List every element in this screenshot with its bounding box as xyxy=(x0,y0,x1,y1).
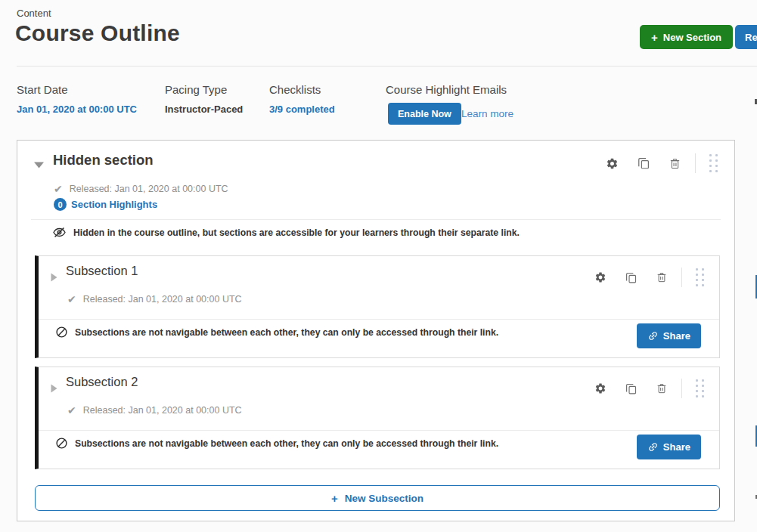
actions-divider xyxy=(681,268,682,287)
pacing-type-label: Pacing Type xyxy=(165,83,227,96)
subsection-drag-handle[interactable] xyxy=(687,375,712,402)
actions-divider xyxy=(695,153,696,173)
page-title: Course Outline xyxy=(15,20,180,46)
subsection-duplicate-button[interactable] xyxy=(616,267,647,289)
subsection-delete-button[interactable] xyxy=(647,378,677,399)
section-actions xyxy=(597,150,725,177)
new-subsection-button[interactable]: + New Subsection xyxy=(35,485,720,511)
share-button[interactable]: Share xyxy=(637,435,701,459)
subsection-released-row: ✔ Released: Jan 01, 2020 at 00:00 UTC xyxy=(67,294,242,305)
enable-now-button[interactable]: Enable Now xyxy=(388,103,461,125)
subsection-actions xyxy=(585,375,712,402)
link-icon xyxy=(645,328,661,344)
highlights-count-badge: 0 xyxy=(54,198,67,211)
reindex-button[interactable]: Rein xyxy=(735,25,757,49)
section-highlights-link[interactable]: 0 Section Highlights xyxy=(54,198,157,211)
trash-icon xyxy=(656,382,668,394)
new-section-button[interactable]: + New Section xyxy=(640,25,733,49)
subsection-released-row: ✔ Released: Jan 01, 2020 at 00:00 UTC xyxy=(67,405,242,416)
caret-down-icon xyxy=(34,162,44,169)
subsection-delete-button[interactable] xyxy=(647,267,677,288)
subsection-duplicate-button[interactable] xyxy=(616,378,647,400)
eye-off-icon xyxy=(52,225,67,240)
section-drag-handle[interactable] xyxy=(700,150,725,177)
subsection-notice: Subsections are not navigable between ea… xyxy=(55,326,498,339)
highlights-link-label: Section Highlights xyxy=(71,199,157,210)
checklists-label: Checklists xyxy=(269,83,321,96)
pacing-type-value: Instructor-Paced xyxy=(165,104,243,115)
caret-right-icon xyxy=(51,273,57,282)
plus-icon: + xyxy=(651,32,658,43)
check-icon: ✔ xyxy=(54,184,63,194)
subsection-notice-text: Subsections are not navigable between ea… xyxy=(75,327,498,338)
subsection-divider xyxy=(39,319,719,320)
no-entry-icon xyxy=(55,437,68,450)
start-date-label: Start Date xyxy=(17,83,68,96)
share-label: Share xyxy=(663,330,690,342)
new-section-label: New Section xyxy=(663,32,721,43)
subsection-divider xyxy=(39,430,719,431)
section-collapse-button[interactable] xyxy=(33,158,45,172)
subsection-released-text: Released: Jan 01, 2020 at 00:00 UTC xyxy=(83,294,242,305)
subsection-notice-text: Subsections are not navigable between ea… xyxy=(75,438,498,449)
actions-divider xyxy=(681,379,682,398)
breadcrumb[interactable]: Content xyxy=(17,8,51,19)
reindex-label: Rein xyxy=(745,32,757,43)
gear-icon xyxy=(594,382,607,394)
check-icon: ✔ xyxy=(67,294,76,305)
subsection-configure-button[interactable] xyxy=(585,267,616,288)
section-configure-button[interactable] xyxy=(597,153,628,175)
highlight-emails-label: Course Highlight Emails xyxy=(386,83,507,96)
duplicate-icon xyxy=(625,382,638,395)
subsection-card: Subsection 1 ✔ Released: Jan 01, 2020 at… xyxy=(35,255,720,358)
trash-icon xyxy=(656,271,668,283)
hidden-section-notice: Hidden in the course outline, but sectio… xyxy=(52,225,520,240)
header-divider xyxy=(17,66,757,66)
duplicate-icon xyxy=(625,271,638,284)
start-date-value[interactable]: Jan 01, 2020 at 00:00 UTC xyxy=(17,104,137,115)
gear-icon xyxy=(606,157,619,170)
subsection-expand-button[interactable] xyxy=(49,271,59,286)
subsection-title[interactable]: Subsection 2 xyxy=(66,375,138,389)
caret-right-icon xyxy=(51,384,57,393)
section-divider xyxy=(31,219,721,220)
section-title[interactable]: Hidden section xyxy=(53,152,154,169)
hidden-notice-text: Hidden in the course outline, but sectio… xyxy=(73,227,520,238)
subsection-title[interactable]: Subsection 1 xyxy=(66,264,138,278)
section-duplicate-button[interactable] xyxy=(628,152,659,175)
subsection-released-text: Released: Jan 01, 2020 at 00:00 UTC xyxy=(83,405,242,416)
trash-icon xyxy=(669,157,681,170)
link-icon xyxy=(645,439,661,455)
section-released-row: ✔ Released: Jan 01, 2020 at 00:00 UTC xyxy=(54,184,228,194)
section-released-text: Released: Jan 01, 2020 at 00:00 UTC xyxy=(70,184,228,194)
section-delete-button[interactable] xyxy=(659,153,690,175)
subsection-configure-button[interactable] xyxy=(585,378,616,399)
no-entry-icon xyxy=(55,326,68,339)
share-label: Share xyxy=(663,441,690,453)
duplicate-icon xyxy=(637,156,650,170)
new-subsection-label: New Subsection xyxy=(345,493,423,504)
gear-icon xyxy=(594,271,607,283)
share-button[interactable]: Share xyxy=(637,323,701,348)
plus-icon: + xyxy=(331,493,338,504)
subsection-drag-handle[interactable] xyxy=(687,264,712,291)
subsection-actions xyxy=(585,264,712,291)
subsection-card: Subsection 2 ✔ Released: Jan 01, 2020 at… xyxy=(35,367,720,469)
section-card: Hidden section ✔ Released: Jan 01, 2020 … xyxy=(17,140,735,521)
check-icon: ✔ xyxy=(67,405,76,416)
checklists-value[interactable]: 3/9 completed xyxy=(269,104,335,115)
learn-more-link[interactable]: Learn more xyxy=(461,108,513,119)
subsection-notice: Subsections are not navigable between ea… xyxy=(55,437,498,450)
subsection-expand-button[interactable] xyxy=(49,382,59,397)
